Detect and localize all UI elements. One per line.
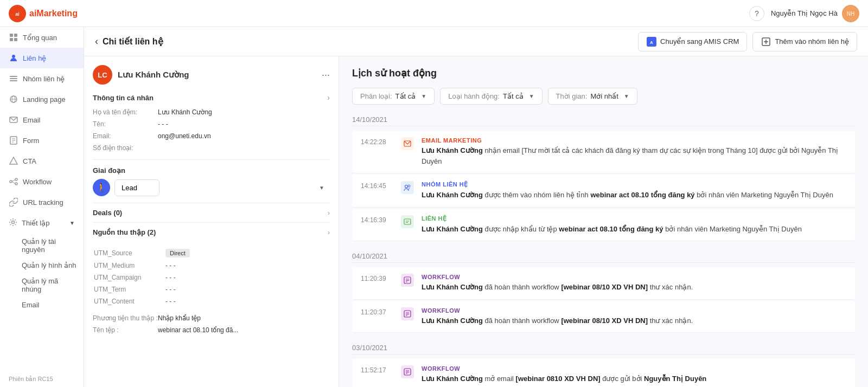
stage-select[interactable]: Lead Prospect Customer: [114, 179, 159, 196]
label-name: Tên:: [93, 118, 158, 130]
sidebar-item-lien-he[interactable]: Liên hệ: [0, 48, 84, 68]
date-section-2: 03/10/2021 11:52:17 WORKFLOW Lưu Khánh C…: [352, 341, 855, 387]
add-group-icon: [761, 36, 771, 47]
sidebar-label-nhom: Nhóm liên hệ: [23, 75, 65, 83]
svg-rect-35: [404, 219, 411, 224]
activity-type-3: WORKFLOW: [422, 274, 846, 280]
topbar-right: ? Nguyễn Thị Ngọc Hà NH: [749, 5, 859, 22]
divider-1: [93, 159, 330, 160]
sidebar-item-cta[interactable]: CTA: [0, 151, 84, 171]
sidebar-label-landing: Landing page: [23, 95, 66, 104]
sidebar-item-workflow[interactable]: Workflow: [0, 171, 84, 192]
activity-type-2: LIÊN HỆ: [422, 215, 846, 222]
svg-text:NH: NH: [847, 11, 854, 17]
svg-marker-20: [10, 157, 17, 164]
svg-rect-9: [10, 76, 17, 77]
user-name: Nguyễn Thị Ngọc Hà: [771, 9, 838, 17]
stage-icon: 🚶: [93, 179, 110, 196]
activity-item-2-0: 11:52:17 WORKFLOW Lưu Khánh Cường mở ema…: [352, 359, 855, 387]
topbar-left: ai aiMarketing: [9, 5, 78, 22]
filter-row: Phân loại: Tất cả ▼ Loại hành động: Tất …: [352, 88, 855, 105]
contact-activity-icon: [401, 215, 414, 228]
source-row[interactable]: Nguồn thu thập (2) ›: [93, 222, 330, 242]
activity-time-1: 14:16:45: [361, 181, 393, 201]
help-button[interactable]: ?: [749, 6, 764, 21]
personal-info-section: Thông tin cá nhân ›: [93, 93, 330, 102]
sidebar-item-tong-quan[interactable]: Tổng quan: [0, 27, 84, 48]
activity-desc-1: Lưu Khánh Cường được thêm vào nhóm liên …: [422, 190, 846, 201]
filter-phan-loai[interactable]: Phân loại: Tất cả ▼: [352, 88, 435, 105]
url-tracking-icon: [9, 197, 18, 207]
right-panel: Lịch sử hoạt động Phân loại: Tất cả ▼ Lo…: [339, 56, 868, 387]
sidebar-label-lien-he: Liên hệ: [23, 54, 46, 62]
source-arrow-icon: ›: [328, 228, 330, 236]
utm-value-term: - - -: [165, 284, 329, 295]
group-icon: [9, 74, 18, 83]
overview-icon: [9, 33, 18, 42]
landing-icon: [9, 94, 18, 104]
add-group-button-label: Thêm vào nhóm liên hệ: [775, 37, 849, 46]
sidebar-item-landing-page[interactable]: Landing page: [0, 89, 84, 109]
activity-desc-5: Lưu Khánh Cường mở email [webinar 0810 X…: [422, 373, 846, 384]
activity-item-1-1: 11:20:37 WORKFLOW Lưu Khánh Cường đã hoà…: [352, 301, 855, 333]
submenu-label-0: Quản lý tài nguyên: [22, 237, 79, 254]
back-button[interactable]: ‹: [95, 36, 98, 47]
filter-thoi-gian[interactable]: Thời gian: Mới nhất ▼: [548, 88, 637, 105]
filter-loai-hanh-dong[interactable]: Loại hành động: Tất cả ▼: [440, 88, 542, 105]
sidebar-item-ma-nhung[interactable]: Quản lý mã nhúng: [17, 273, 84, 297]
email-activity-icon: [401, 137, 414, 150]
transfer-to-amis-button[interactable]: A Chuyển sang AMIS CRM: [638, 32, 747, 51]
contact-avatar: LC: [93, 65, 112, 85]
date-section-0: 14/10/2021 14:22:28 EMAIL MARKETING Lưu …: [352, 113, 855, 241]
content-header: ‹ Chi tiết liên hệ A Chuyển sang AMIS CR…: [84, 27, 868, 56]
workflow-activity-icon-0: [401, 274, 414, 287]
sidebar-label-workflow: Workflow: [23, 178, 52, 186]
left-panel: LC Lưu Khánh Cường ··· Thông tin cá nhân…: [84, 56, 339, 387]
value-phone: [158, 142, 330, 154]
activity-title: Lịch sử hoạt động: [352, 67, 855, 79]
utm-label-campaign: UTM_Campaign: [94, 272, 164, 283]
sidebar-item-url-tracking[interactable]: URL tracking: [0, 192, 84, 212]
body-area: Tổng quan Liên hệ Nhóm liên hệ Landing p…: [0, 27, 868, 387]
sidebar-item-nhom-lien-he[interactable]: Nhóm liên hệ: [0, 68, 84, 89]
activity-desc-2: Lưu Khánh Cường được nhập khẩu từ tệp we…: [422, 224, 846, 235]
activity-item-1-0: 11:20:39 WORKFLOW Lưu Khánh Cường đã hoà…: [352, 267, 855, 300]
filter-loai-chevron: ▼: [529, 93, 534, 99]
sidebar-item-form[interactable]: Form: [0, 130, 84, 151]
sidebar-item-tai-nguyen[interactable]: Quản lý tài nguyên: [17, 234, 84, 257]
method-table: Phương tiện thu thập : Nhập khẩu tệp Tên…: [93, 312, 330, 336]
sidebar-thiet-lap[interactable]: Thiết lập ▼: [0, 212, 84, 234]
activity-type-4: WORKFLOW: [422, 307, 846, 314]
method-value: Nhập khẩu tệp: [158, 312, 330, 324]
activity-content: EMAIL MARKETING Lưu Khánh Cường nhận ema…: [422, 137, 846, 166]
sidebar-item-email-sub[interactable]: Email: [17, 297, 84, 313]
activity-time-5: 11:52:17: [361, 365, 393, 384]
activity-content-2: LIÊN HỆ Lưu Khánh Cường được nhập khẩu t…: [422, 215, 846, 235]
activity-content-5: WORKFLOW Lưu Khánh Cường mở email [webin…: [422, 365, 846, 384]
workflow-activity-icon-2: [401, 365, 414, 378]
topbar: ai aiMarketing ? Nguyễn Thị Ngọc Hà NH: [0, 0, 868, 27]
svg-rect-6: [10, 38, 13, 41]
sidebar: Tổng quan Liên hệ Nhóm liên hệ Landing p…: [0, 27, 84, 387]
direct-badge: Direct: [165, 249, 190, 257]
contact-header: LC Lưu Khánh Cường ···: [93, 65, 330, 85]
deals-arrow-icon: ›: [328, 209, 330, 217]
add-to-group-button[interactable]: Thêm vào nhóm liên hệ: [752, 32, 857, 51]
info-row-full-name: Họ và tên đệm: Lưu Khánh Cường: [93, 106, 330, 118]
deals-row[interactable]: Deals (0) ›: [93, 203, 330, 222]
svg-rect-10: [10, 78, 17, 79]
activity-desc: Lưu Khánh Cường nhận email [Thư mời tất …: [422, 145, 846, 166]
sidebar-item-email[interactable]: Email: [0, 109, 84, 130]
source-label: Nguồn thu thập (2): [93, 228, 156, 236]
form-icon: [9, 136, 18, 145]
activity-content-1: NHÓM LIÊN HỆ Lưu Khánh Cường được thêm v…: [422, 181, 846, 201]
svg-line-24: [12, 180, 15, 182]
more-options-button[interactable]: ···: [322, 69, 330, 81]
sidebar-item-hinh-anh[interactable]: Quản lý hình ảnh: [17, 257, 84, 273]
utm-row-source: UTM_Source Direct: [94, 247, 329, 259]
svg-point-21: [10, 180, 12, 183]
info-row-email: Email: ong@uneti.edu.vn: [93, 130, 330, 142]
personal-info-arrow[interactable]: ›: [327, 93, 330, 102]
svg-point-22: [15, 178, 17, 180]
utm-table: UTM_Source Direct UTM_Medium - - - UTM_C…: [93, 246, 330, 308]
